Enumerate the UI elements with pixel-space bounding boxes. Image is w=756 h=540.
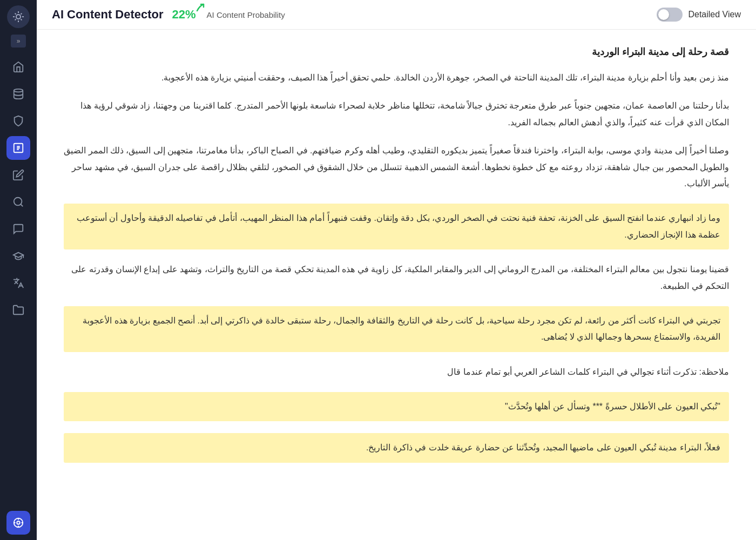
sidebar-item-graduate[interactable] [6, 244, 30, 268]
sidebar-item-folder[interactable] [6, 298, 30, 322]
detailed-view-toggle-container: Detailed View [657, 8, 741, 22]
main-panel: AI Content Detector 22% AI Content Proba… [37, 0, 756, 540]
paragraph-2-text: بدأنا رحلتنا من العاصمة عمان، متجهين جنو… [80, 101, 729, 126]
paragraph-3-text: وصلنا أخيراً إلى مدينة وادي موسى، بوابة … [64, 146, 729, 188]
chevron-left-icon: » [17, 37, 21, 45]
paragraph-5: قضينا يومنا نتجول بين معالم البتراء المخ… [64, 261, 729, 294]
paragraph-note: ملاحظة: تذكرت أثناء تجوالي في البتراء كل… [64, 364, 729, 380]
paragraph-6-highlighted: تجربتي في البتراء كانت أكثر من رائعة، لم… [64, 306, 729, 352]
content-area: قصة رحلة إلى مدينة البتراء الوردية منذ ز… [37, 30, 756, 540]
highlight-span-1: وإتقان. وقفت فنبهراً أمام هذا المنظر الم… [77, 212, 720, 240]
svg-point-0 [16, 15, 21, 19]
sidebar-item-translate[interactable] [6, 271, 30, 295]
paragraph-6-text: تجربتي في البتراء كانت أكثر من رائعة، لم… [83, 315, 720, 341]
sidebar-item-search[interactable] [6, 190, 30, 214]
svg-point-4 [17, 521, 20, 524]
probability-percent: 22% [172, 8, 196, 21]
sidebar-item-database[interactable] [6, 82, 30, 106]
probability-label: AI Content Probability [207, 10, 285, 19]
paragraph-1: منذ زمن بعيد وأنا أحلم بزيارة مدينة البت… [64, 70, 729, 86]
paragraph-4-text: وما زاد انبهاري عندما انفتح السيق على ال… [77, 212, 720, 240]
sidebar-item-settings[interactable] [6, 511, 30, 535]
toggle-knob [658, 9, 669, 20]
svg-point-3 [14, 198, 22, 206]
sidebar-item-chat[interactable] [6, 217, 30, 241]
header: AI Content Detector 22% AI Content Proba… [37, 0, 756, 30]
sidebar-item-shield[interactable] [6, 109, 30, 133]
page-title: AI Content Detector [52, 8, 164, 22]
paragraph-4-highlighted: وما زاد انبهاري عندما انفتح السيق على ال… [64, 204, 729, 249]
paragraph-1-text: منذ زمن بعيد وأنا أحلم بزيارة مدينة البت… [161, 73, 729, 82]
paragraph-5-text: قضينا يومنا نتجول بين معالم البتراء المخ… [71, 265, 729, 290]
detailed-view-toggle[interactable] [657, 8, 683, 22]
paragraph-3: وصلنا أخيراً إلى مدينة وادي موسى، بوابة … [64, 143, 729, 192]
probability-badge: 22% AI Content Probability [172, 8, 285, 22]
svg-point-1 [14, 89, 23, 92]
sidebar-item-home[interactable] [6, 55, 30, 79]
article-title: قصة رحلة إلى مدينة البتراء الوردية [64, 46, 729, 58]
highlight-span-2: رحلة ستبقى خالدة في ذاكرتي إلى أبد [200, 315, 331, 326]
paragraph-quote-text: "تُبكي العيون على الأطلال حسرةً *** وتسأ… [505, 402, 720, 411]
detailed-view-label: Detailed View [688, 10, 741, 19]
paragraph-2: بدأنا رحلتنا من العاصمة عمان، متجهين جنو… [64, 98, 729, 131]
sidebar-item-edit[interactable] [6, 163, 30, 187]
paragraph-final-highlighted: فعلاً، البتراء مدينة تُبكي العيون على ما… [64, 433, 729, 462]
paragraph-quote-highlighted: "تُبكي العيون على الأطلال حسرةً *** وتسأ… [64, 392, 729, 421]
paragraph-final-text: فعلاً، البتراء مدينة تُبكي العيون على ما… [366, 443, 720, 452]
paragraph-note-text: ملاحظة: تذكرت أثناء تجوالي في البتراء كل… [447, 367, 729, 376]
app-logo [7, 5, 30, 28]
sidebar-collapse-button[interactable]: » [11, 35, 26, 48]
sidebar-item-detector[interactable] [6, 136, 30, 160]
sidebar: » [0, 0, 37, 540]
